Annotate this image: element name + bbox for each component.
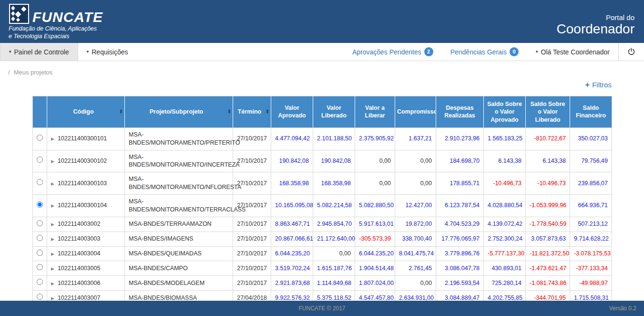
value-text: 0,00 (420, 180, 432, 187)
projects-table: Código▴▾Projeto/Subprojeto▴▾Término▴▾Val… (32, 96, 612, 305)
column-label: Projeto/Subprojeto (150, 108, 204, 115)
row-select-cell (33, 127, 47, 150)
column-header-saldo-sobre-o-valor-liberado: Saldo Sobre o Valor Liberado (526, 96, 570, 128)
value-text: 5.375.118,52 (317, 295, 351, 301)
value-text: 430.893,01 (491, 265, 521, 272)
nav-aprovacoes-pendentes[interactable]: Aprovações Pendentes 2 (344, 43, 442, 61)
row-select-radio[interactable] (37, 235, 43, 241)
value-text: -10.496,73 (537, 180, 566, 187)
column-header-c-digo[interactable]: Código▴▾ (47, 96, 125, 128)
project-code: 102211400300102 (58, 158, 107, 164)
code-cell: ▶1022114003004 (47, 246, 125, 261)
app-footer: FUNCATE © 2017 Versão 0.2 (0, 301, 644, 316)
row-select-radio[interactable] (37, 264, 43, 270)
value-cell: 2.761,45 (395, 261, 436, 276)
column-label: Término (238, 108, 261, 115)
value-text: 4.704.523,29 (445, 221, 480, 227)
nav-painel-de-controle[interactable]: ▾ Painel de Controle (0, 43, 78, 61)
value-text: -1.081.743,86 (530, 280, 566, 286)
expand-row-icon[interactable]: ▶ (51, 159, 54, 164)
end-date-cell: 27/10/2017 (233, 127, 271, 150)
value-cell: -3.078.175,53 (570, 246, 612, 261)
plus-icon: + (585, 81, 590, 89)
nav-pendencias-gerais[interactable]: Pendências Gerais 0 (442, 43, 527, 61)
value-cell: 3.086.047,78 (436, 261, 484, 276)
value-cell: 2.752.300,24 (484, 232, 526, 246)
value-text: 8.863.467,71 (275, 221, 310, 227)
expand-row-icon[interactable]: ▶ (51, 181, 54, 186)
value-text: 5.082.214,58 (317, 202, 352, 209)
value-text: 0,00 (420, 280, 432, 286)
end-date-cell: 27/10/2017 (233, 246, 271, 261)
row-select-radio[interactable] (37, 201, 43, 208)
value-text: 3.779.896,76 (445, 250, 480, 257)
value-text: 2.101.188,50 (317, 135, 352, 142)
row-select-radio[interactable] (37, 157, 43, 163)
expand-row-icon[interactable]: ▶ (51, 237, 54, 242)
value-text: 168.358,98 (321, 180, 351, 187)
value-cell: -49.988,97 (570, 276, 612, 291)
value-cell: 6.044.235,20 (271, 246, 313, 261)
column-header-t-rmino[interactable]: Término▴▾ (233, 96, 271, 128)
column-header-projeto-subprojeto[interactable]: Projeto/Subprojeto▴▾ (125, 96, 233, 128)
column-label: Valor Liberado (321, 105, 347, 119)
logout-button[interactable] (618, 43, 644, 61)
sort-icon[interactable]: ▴▾ (120, 109, 122, 114)
pendencias-count-badge: 0 (510, 47, 519, 56)
app-header: FUNCATE Fundação de Ciência, Aplicações … (0, 0, 644, 43)
value-cell: 0,00 (313, 246, 355, 261)
expand-row-icon[interactable]: ▶ (51, 252, 54, 256)
code-cell: ▶102211400300103 (47, 172, 125, 195)
filters-button[interactable]: + Filtros (585, 81, 612, 89)
expand-row-icon[interactable]: ▶ (51, 222, 54, 227)
value-text: 19.872,00 (405, 221, 432, 227)
logo-title: FUNCATE (32, 11, 103, 24)
value-text: 2.634.931,00 (399, 295, 434, 301)
row-select-radio[interactable] (37, 279, 43, 285)
logo-subtitle: Fundação de Ciência, Aplicações e Tecnol… (9, 25, 103, 40)
expand-row-icon[interactable]: ▶ (51, 266, 54, 271)
filters-label: Filtros (592, 81, 612, 89)
table-row: ▶1022114003002MSA-BNDES/TERRAAMAZON27/10… (33, 217, 612, 232)
expand-row-icon[interactable]: ▶ (51, 203, 54, 208)
value-cell: -810.722,67 (526, 127, 570, 150)
row-select-radio[interactable] (37, 250, 43, 256)
value-text: 338.700,40 (402, 235, 432, 242)
projects-table-container: Código▴▾Projeto/Subprojeto▴▾Término▴▾Val… (32, 96, 611, 305)
value-text: 2.752.300,24 (488, 235, 522, 242)
nav-user-menu[interactable]: ▾ Olá Teste Coordenador (527, 43, 618, 61)
value-text: 8.041.475,74 (399, 250, 434, 257)
code-cell: ▶1022114003005 (47, 261, 125, 276)
table-header-row: Código▴▾Projeto/Subprojeto▴▾Término▴▾Val… (33, 96, 612, 128)
end-date-cell: 27/10/2017 (233, 195, 271, 217)
breadcrumb-separator: / (8, 69, 10, 76)
column-label: Compromissos (397, 108, 440, 115)
nav-requisicoes[interactable]: ▾ Requisições (78, 43, 137, 61)
sort-icon[interactable]: ▴▾ (266, 109, 268, 114)
row-select-radio[interactable] (37, 135, 43, 141)
row-select-radio[interactable] (37, 179, 43, 185)
end-date-cell: 27/10/2017 (233, 232, 271, 246)
table-row: ▶1022114003006MSA-BNDES/MODELAGEM27/10/2… (33, 276, 612, 291)
project-code: 1022114003004 (58, 250, 100, 257)
sort-icon[interactable]: ▴▾ (228, 109, 230, 114)
value-text: 10.165.095,08 (275, 202, 313, 209)
expand-row-icon[interactable]: ▶ (51, 281, 54, 286)
value-text: 3.057.873,63 (531, 235, 566, 242)
value-text: -1.053.999,96 (530, 202, 566, 209)
value-cell: 168.358,98 (271, 172, 313, 195)
value-text: 9.922.576,32 (275, 295, 310, 301)
project-name-cell: MSA-BNDES/TERRAAMAZON (125, 217, 233, 232)
value-cell: 0,00 (395, 150, 436, 172)
row-select-radio[interactable] (37, 294, 43, 300)
column-header-despesas-realizadas: Despesas Realizadas (436, 96, 484, 128)
value-cell: 6.044.235,20 (355, 246, 395, 261)
expand-row-icon[interactable]: ▶ (51, 296, 54, 301)
column-label: Valor Aprovado (278, 105, 306, 119)
row-select-radio[interactable] (37, 220, 43, 226)
project-name-cell: MSA-BNDES/MONITORAMENTO/INCERTEZA (125, 150, 233, 172)
value-cell: 2.910.273,96 (436, 127, 484, 150)
value-text: 1.114.849,68 (317, 280, 351, 286)
value-text: 12.427,00 (405, 202, 432, 209)
expand-row-icon[interactable]: ▶ (51, 137, 54, 141)
